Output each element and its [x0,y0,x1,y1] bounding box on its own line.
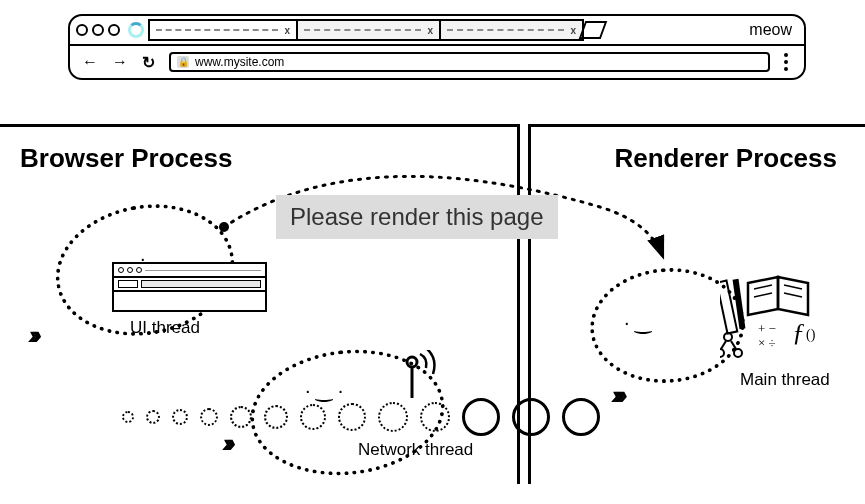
tab-background-2[interactable]: x [439,19,584,41]
maximize-window-dot[interactable] [108,24,120,36]
svg-point-1 [407,357,417,367]
svg-line-6 [784,285,802,289]
main-thread-label: Main thread [740,370,830,390]
data-circle-icon [338,403,366,431]
svg-line-5 [754,293,772,297]
data-circle-icon [172,409,188,425]
data-circle-icon [420,402,450,432]
data-circle-icon [512,398,550,436]
svg-line-11 [721,341,726,349]
motion-arrows-icon: ›››› [611,380,622,411]
svg-point-10 [734,349,742,357]
svg-line-12 [731,341,736,349]
toolbar: ← → ↻ 🔒 www.mysite.com [70,46,804,78]
url-text: www.mysite.com [195,55,284,69]
svg-text:ƒ: ƒ [792,318,805,347]
svg-text:× ÷: × ÷ [758,335,776,350]
motion-arrows-icon: ››› [28,320,36,351]
data-circle-icon [562,398,600,436]
data-circle-icon [264,405,288,429]
ipc-message-label: Please render this page [276,195,558,239]
tab-bar: x x x meow [70,16,804,46]
browser-window: x x x meow ← → ↻ 🔒 www.mysite.com [68,14,806,80]
tab-close-icon[interactable]: x [570,25,576,36]
data-circle-icon [462,398,500,436]
new-tab-button[interactable] [579,21,608,39]
data-circle-icon [146,410,160,424]
lock-icon: 🔒 [177,56,189,68]
main-thread-tools-icon: + − × ÷ ƒ () [720,275,840,367]
tab-close-icon[interactable]: x [427,25,433,36]
loading-spinner-icon [128,22,144,38]
svg-line-4 [754,285,772,289]
data-circle-icon [300,404,326,430]
ui-thread-label: UI thread [130,318,200,338]
data-stream [0,398,608,436]
browser-process-title: Browser Process [0,127,517,190]
data-circle-icon [200,408,218,426]
svg-line-7 [784,293,802,297]
face-icon: · ‿ [624,310,651,334]
back-button[interactable]: ← [82,53,98,71]
forward-button[interactable]: → [112,53,128,71]
data-circle-icon [378,402,408,432]
window-controls[interactable] [76,24,120,36]
svg-point-9 [720,349,724,357]
address-bar[interactable]: 🔒 www.mysite.com [169,52,770,72]
data-circle-icon [122,411,134,423]
mini-browser-icon [112,262,267,312]
browser-brand: meow [749,21,798,39]
svg-text:+ −: + − [758,321,776,336]
data-circle-icon [230,406,252,428]
overflow-menu-button[interactable] [784,53,792,71]
tab-background-1[interactable]: x [296,19,441,41]
network-thread-label: Network thread [358,440,473,460]
renderer-process-title: Renderer Process [531,127,865,190]
svg-text:(): () [806,327,816,343]
tab-active[interactable]: x [148,19,298,41]
tab-close-icon[interactable]: x [284,25,290,36]
reload-button[interactable]: ↻ [142,53,155,72]
minimize-window-dot[interactable] [92,24,104,36]
close-window-dot[interactable] [76,24,88,36]
